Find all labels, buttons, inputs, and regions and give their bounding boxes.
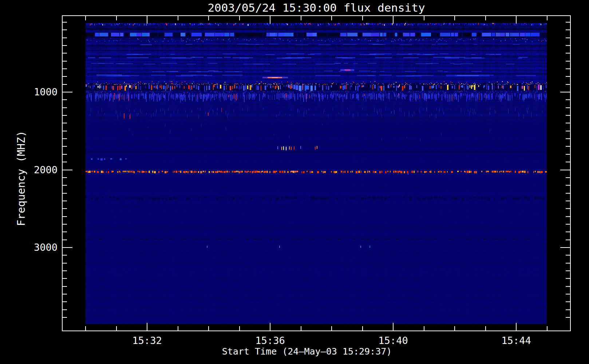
- x-minor-tick: [239, 16, 240, 20]
- y-minor-tick: [566, 68, 570, 69]
- y-minor-tick: [566, 294, 570, 294]
- y-minor-tick: [62, 146, 67, 147]
- y-minor-tick: [566, 240, 570, 240]
- y-minor-tick: [566, 29, 570, 30]
- x-minor-tick: [85, 326, 86, 331]
- y-minor-tick: [62, 270, 67, 271]
- y-minor-tick: [566, 278, 570, 279]
- x-minor-tick: [547, 16, 548, 20]
- y-minor-tick: [566, 193, 570, 194]
- y-minor-tick: [62, 107, 67, 108]
- x-minor-tick: [362, 16, 363, 20]
- x-minor-tick: [85, 16, 86, 20]
- y-minor-tick: [62, 123, 67, 123]
- y-minor-tick: [62, 177, 67, 178]
- x-major-tick: [393, 16, 394, 24]
- x-minor-tick: [331, 16, 332, 20]
- y-minor-tick: [566, 201, 570, 201]
- y-minor-tick: [62, 99, 67, 100]
- y-minor-tick: [566, 53, 570, 54]
- y-minor-tick: [566, 123, 570, 123]
- y-minor-tick: [566, 76, 570, 77]
- y-major-tick: [560, 170, 570, 170]
- x-minor-tick: [116, 326, 117, 331]
- y-minor-tick: [62, 45, 67, 46]
- y-minor-tick: [62, 294, 67, 294]
- y-major-tick: [560, 92, 570, 92]
- y-minor-tick: [62, 201, 67, 201]
- y-minor-tick: [566, 162, 570, 162]
- y-minor-tick: [566, 255, 570, 256]
- y-minor-tick: [62, 301, 67, 302]
- x-minor-tick: [301, 16, 301, 20]
- y-minor-tick: [566, 177, 570, 178]
- y-axis-title: Frequency (MHZ): [15, 102, 27, 255]
- y-minor-tick: [566, 115, 570, 116]
- y-minor-tick: [62, 76, 67, 77]
- x-major-tick: [270, 16, 270, 24]
- y-minor-tick: [566, 232, 570, 232]
- y-minor-tick: [62, 317, 67, 318]
- x-major-tick: [516, 323, 517, 331]
- y-major-tick: [62, 92, 72, 92]
- y-minor-tick: [62, 53, 67, 54]
- y-minor-tick: [566, 45, 570, 46]
- x-minor-tick: [362, 326, 363, 331]
- x-axis-title: Start Time (24–May–03 15:29:37): [143, 346, 471, 357]
- y-minor-tick: [62, 208, 67, 209]
- y-minor-tick: [566, 138, 570, 139]
- y-minor-tick: [566, 22, 570, 23]
- spectrogram-figure: 2003/05/24 15:30:00 flux density 15:3215…: [0, 0, 589, 364]
- y-minor-tick: [566, 107, 570, 108]
- y-minor-tick: [566, 224, 570, 225]
- x-major-tick: [393, 323, 394, 331]
- y-minor-tick: [566, 208, 570, 209]
- x-major-tick: [147, 16, 147, 24]
- y-minor-tick: [62, 61, 67, 62]
- y-minor-tick: [566, 216, 570, 217]
- x-minor-tick: [208, 16, 209, 20]
- x-minor-tick: [239, 326, 240, 331]
- x-minor-tick: [331, 326, 332, 331]
- y-tick-label: 1000: [7, 86, 58, 98]
- x-major-tick: [270, 323, 270, 331]
- x-minor-tick: [454, 326, 455, 331]
- y-minor-tick: [566, 270, 570, 271]
- y-minor-tick: [62, 255, 67, 256]
- y-minor-tick: [62, 37, 67, 38]
- y-minor-tick: [62, 286, 67, 287]
- x-minor-tick: [301, 326, 301, 331]
- chart-title: 2003/05/24 15:30:00 flux density: [62, 1, 570, 14]
- y-minor-tick: [566, 286, 570, 287]
- y-minor-tick: [566, 61, 570, 62]
- y-minor-tick: [566, 84, 570, 85]
- x-minor-tick: [208, 326, 209, 331]
- y-minor-tick: [566, 185, 570, 186]
- x-minor-tick: [485, 326, 486, 331]
- y-minor-tick: [62, 309, 67, 310]
- y-minor-tick: [62, 68, 67, 69]
- x-minor-tick: [116, 16, 117, 20]
- y-minor-tick: [566, 131, 570, 131]
- x-tick-label: 15:44: [487, 335, 545, 346]
- y-minor-tick: [566, 154, 570, 155]
- x-minor-tick: [178, 326, 178, 331]
- y-minor-tick: [62, 84, 67, 85]
- x-major-tick: [516, 16, 517, 24]
- y-minor-tick: [62, 138, 67, 139]
- y-minor-tick: [566, 317, 570, 318]
- x-minor-tick: [424, 16, 424, 20]
- y-minor-tick: [566, 37, 570, 38]
- plot-frame: [62, 15, 571, 331]
- y-minor-tick: [566, 301, 570, 302]
- y-minor-tick: [62, 232, 67, 232]
- y-minor-tick: [566, 263, 570, 264]
- y-minor-tick: [62, 115, 67, 116]
- y-minor-tick: [62, 162, 67, 162]
- y-minor-tick: [62, 193, 67, 194]
- y-minor-tick: [62, 263, 67, 264]
- x-tick-label: 15:36: [241, 335, 299, 346]
- y-minor-tick: [62, 185, 67, 186]
- x-tick-label: 15:40: [364, 335, 422, 346]
- y-minor-tick: [62, 22, 67, 23]
